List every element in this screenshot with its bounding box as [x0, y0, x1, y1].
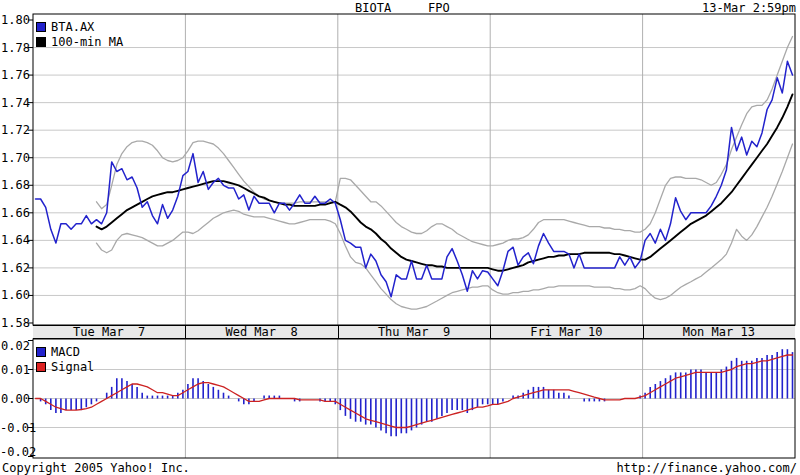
price-y-axis-tick-label: 1.58 [0, 317, 30, 329]
price-y-axis-tick-label: 1.80 [0, 14, 30, 26]
chart-canvas [0, 0, 800, 475]
chart-timestamp: 13-Mar 2:59pm [702, 1, 796, 15]
copyright-text: Copyright 2005 Yahoo! Inc. [2, 461, 190, 475]
macd-y-axis-tick-label: 0.02 [0, 340, 30, 352]
macd-series-label: MACD [51, 345, 80, 359]
price-y-axis-tick-label: 1.78 [0, 42, 30, 54]
source-url-text: http://finance.yahoo.com/ [616, 461, 797, 475]
signal-series-label: Signal [51, 360, 94, 374]
macd-y-axis-tick-label: -0.01 [0, 422, 30, 434]
price-y-axis-tick-label: 1.74 [0, 97, 30, 109]
chart-symbol-title: BIOTA [355, 1, 391, 15]
date-band-separator [338, 325, 339, 339]
price-legend: BTA.AX 100-min MA [36, 20, 123, 50]
x-axis-day-label: Wed Mar 8 [202, 326, 322, 339]
x-axis-day-label: Tue Mar 7 [49, 326, 169, 339]
price-y-axis-tick-label: 1.64 [0, 234, 30, 246]
price-y-axis-tick-label: 1.60 [0, 289, 30, 301]
ma-series-label: 100-min MA [51, 35, 123, 49]
price-y-axis-tick-label: 1.70 [0, 152, 30, 164]
date-band-separator [490, 325, 491, 339]
price-series-swatch-icon [36, 22, 46, 32]
date-band-separator [643, 325, 644, 339]
share-type-label: FPO [428, 1, 450, 15]
yahoo-finance-intraday-chart: BIOTA FPO 13-Mar 2:59pm BTA.AX 100-min M… [0, 0, 800, 475]
x-axis-day-label: Fri Mar 10 [506, 326, 626, 339]
ma-legend-row: 100-min MA [36, 35, 123, 50]
macd-series-swatch-icon [36, 347, 46, 357]
signal-series-swatch-icon [36, 362, 46, 372]
price-y-axis-tick-label: 1.66 [0, 207, 30, 219]
price-y-axis-tick-label: 1.76 [0, 69, 30, 81]
ma-series-swatch-icon [36, 37, 46, 47]
signal-legend-row: Signal [36, 360, 94, 375]
x-axis-day-label: Mon Mar 13 [659, 326, 779, 339]
date-band-separator [185, 325, 186, 339]
x-axis-day-label: Thu Mar 9 [354, 326, 474, 339]
macd-y-axis-tick-label: 0.01 [0, 364, 30, 376]
macd-y-axis-tick-label: 0.00 [0, 393, 30, 405]
price-legend-row: BTA.AX [36, 20, 123, 35]
macd-legend: MACD Signal [36, 345, 94, 375]
macd-legend-row: MACD [36, 345, 94, 360]
macd-y-axis-tick-label: -0.02 [0, 446, 30, 458]
price-series-label: BTA.AX [51, 20, 94, 34]
price-y-axis-tick-label: 1.68 [0, 179, 30, 191]
price-y-axis-tick-label: 1.62 [0, 262, 30, 274]
price-y-axis-tick-label: 1.72 [0, 124, 30, 136]
